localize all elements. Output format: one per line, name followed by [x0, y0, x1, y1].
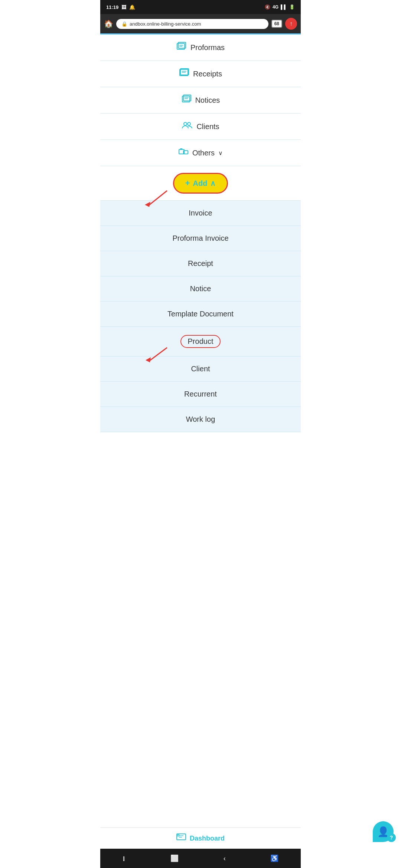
product-label: Product — [180, 335, 221, 348]
android-nav-bar: ⫿ ⬜ ‹ ♿ — [100, 849, 301, 868]
notice-label: Notice — [190, 285, 211, 293]
invoice-label: Invoice — [189, 209, 212, 217]
svg-point-13 — [188, 122, 190, 125]
add-plus-icon: + — [185, 178, 190, 188]
notification-icon: 🔔 — [129, 4, 135, 10]
accessibility-button[interactable]: ♿ — [270, 854, 278, 862]
dashboard-label: Dashboard — [190, 835, 225, 842]
receipts-label: Receipts — [193, 70, 222, 78]
bottom-nav[interactable]: Dashboard — [100, 827, 301, 849]
proformas-icon — [176, 42, 187, 53]
status-right: 🔇 4G ▌▌ 🔋 — [265, 4, 295, 10]
clients-label: Clients — [196, 122, 219, 131]
recent-apps-button[interactable]: ⫿ — [123, 855, 126, 862]
home-button[interactable]: 🏠 — [104, 19, 113, 28]
add-arrow — [141, 191, 171, 211]
notices-label: Notices — [195, 96, 220, 105]
nav-menu: Proformas Receipts Notices — [100, 34, 301, 827]
recurrent-label: Recurrent — [184, 390, 217, 398]
nav-item-others[interactable]: Others ∨ — [100, 140, 301, 166]
clients-icon — [182, 121, 193, 132]
work-log-label: Work log — [186, 415, 215, 424]
receipts-icon — [179, 68, 189, 79]
dropdown-item-recurrent[interactable]: Recurrent — [100, 382, 301, 407]
others-icon — [178, 147, 189, 158]
time: 11:19 — [106, 4, 118, 10]
add-button[interactable]: + Add ∧ — [173, 173, 228, 194]
upload-button[interactable]: ↑ — [285, 18, 297, 30]
image-icon: 🖼 — [121, 4, 126, 10]
nav-item-clients[interactable]: Clients — [100, 114, 301, 140]
battery-icon: 🔋 — [289, 4, 295, 10]
dropdown-item-product[interactable]: Product — [100, 327, 301, 356]
nav-item-proformas[interactable]: Proformas — [100, 34, 301, 61]
svg-line-16 — [149, 191, 167, 206]
dropdown-item-template-document[interactable]: Template Document — [100, 302, 301, 327]
url-bar[interactable]: 🔒 andbox.online-billing-service.com — [116, 19, 268, 29]
template-document-label: Template Document — [167, 310, 234, 318]
dropdown-menu: Invoice Proforma Invoice Receipt Notice … — [100, 201, 301, 432]
client-label: Client — [191, 365, 210, 373]
svg-rect-23 — [177, 835, 179, 836]
dropdown-item-work-log[interactable]: Work log — [100, 407, 301, 432]
dropdown-item-notice[interactable]: Notice — [100, 276, 301, 302]
dropdown-item-proforma-invoice[interactable]: Proforma Invoice — [100, 226, 301, 251]
mute-icon: 🔇 — [265, 4, 270, 10]
add-chevron-icon: ∧ — [210, 179, 216, 188]
receipt-label: Receipt — [188, 259, 213, 268]
svg-line-18 — [149, 348, 167, 361]
dropdown-item-invoice[interactable]: Invoice — [100, 201, 301, 226]
add-button-row: + Add ∧ — [100, 166, 301, 201]
status-left: 11:19 🖼 🔔 — [106, 4, 135, 10]
signal-icon: 4G — [273, 4, 278, 10]
product-arrow — [141, 348, 171, 368]
svg-marker-19 — [146, 357, 151, 362]
nav-item-notices[interactable]: Notices — [100, 87, 301, 114]
browser-bar: 🏠 🔒 andbox.online-billing-service.com 68… — [100, 14, 301, 33]
wifi-icon: ▌▌ — [281, 4, 287, 10]
notices-icon — [181, 95, 192, 106]
nav-item-receipts[interactable]: Receipts — [100, 61, 301, 87]
status-bar: 11:19 🖼 🔔 🔇 4G ▌▌ 🔋 — [100, 0, 301, 14]
lock-icon: 🔒 — [121, 21, 127, 27]
dashboard-icon — [176, 833, 186, 844]
add-label: Add — [193, 179, 207, 188]
back-button[interactable]: ‹ — [224, 855, 226, 862]
svg-marker-17 — [145, 202, 150, 207]
dropdown-item-client[interactable]: Client — [100, 356, 301, 382]
others-chevron-icon: ∨ — [218, 149, 223, 157]
others-label: Others — [192, 149, 215, 157]
url-text: andbox.online-billing-service.com — [130, 21, 201, 27]
dropdown-item-receipt[interactable]: Receipt — [100, 251, 301, 276]
svg-point-12 — [184, 122, 187, 125]
proformas-label: Proformas — [190, 43, 225, 52]
tab-count[interactable]: 68 — [271, 20, 282, 28]
home-nav-button[interactable]: ⬜ — [170, 854, 179, 862]
proforma-invoice-label: Proforma Invoice — [172, 234, 228, 243]
